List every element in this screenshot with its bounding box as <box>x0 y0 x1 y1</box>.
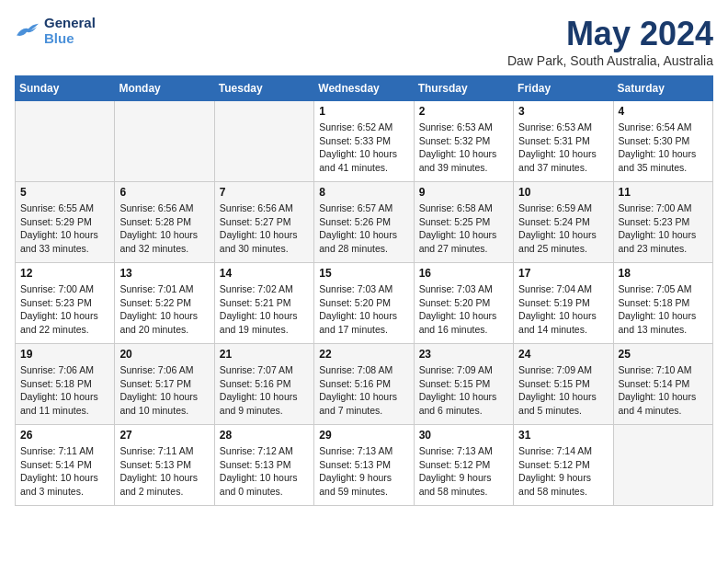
day-info: Sunrise: 7:06 AM Sunset: 5:17 PM Dayligh… <box>119 363 209 418</box>
day-info: Sunrise: 7:11 AM Sunset: 5:13 PM Dayligh… <box>119 444 209 499</box>
day-cell-11: 11Sunrise: 7:00 AM Sunset: 5:23 PM Dayli… <box>613 182 712 263</box>
day-cell-30: 30Sunrise: 7:13 AM Sunset: 5:12 PM Dayli… <box>414 425 513 506</box>
day-cell-21: 21Sunrise: 7:07 AM Sunset: 5:16 PM Dayli… <box>214 344 313 425</box>
page-header: General Blue May 2024 Daw Park, South Au… <box>15 15 713 68</box>
day-cell-8: 8Sunrise: 6:57 AM Sunset: 5:26 PM Daylig… <box>314 182 414 263</box>
day-info: Sunrise: 6:57 AM Sunset: 5:26 PM Dayligh… <box>319 201 408 256</box>
day-cell-10: 10Sunrise: 6:59 AM Sunset: 5:24 PM Dayli… <box>514 182 613 263</box>
day-cell-3: 3Sunrise: 6:53 AM Sunset: 5:31 PM Daylig… <box>514 101 613 182</box>
day-info: Sunrise: 6:55 AM Sunset: 5:29 PM Dayligh… <box>20 201 109 256</box>
week-row-1: 1Sunrise: 6:52 AM Sunset: 5:33 PM Daylig… <box>16 101 713 182</box>
day-info: Sunrise: 7:09 AM Sunset: 5:15 PM Dayligh… <box>518 363 608 418</box>
day-info: Sunrise: 7:03 AM Sunset: 5:20 PM Dayligh… <box>419 282 508 337</box>
day-info: Sunrise: 7:00 AM Sunset: 5:23 PM Dayligh… <box>20 282 109 337</box>
weekday-header-row: SundayMondayTuesdayWednesdayThursdayFrid… <box>16 76 713 101</box>
day-cell-14: 14Sunrise: 7:02 AM Sunset: 5:21 PM Dayli… <box>214 263 313 344</box>
day-info: Sunrise: 7:08 AM Sunset: 5:16 PM Dayligh… <box>319 363 408 418</box>
weekday-header-monday: Monday <box>115 76 214 101</box>
day-number: 3 <box>518 105 608 118</box>
day-number: 15 <box>319 267 408 280</box>
day-cell-15: 15Sunrise: 7:03 AM Sunset: 5:20 PM Dayli… <box>314 263 414 344</box>
day-cell-31: 31Sunrise: 7:14 AM Sunset: 5:12 PM Dayli… <box>514 425 613 506</box>
day-info: Sunrise: 7:02 AM Sunset: 5:21 PM Dayligh… <box>220 282 309 337</box>
day-number: 1 <box>319 105 408 118</box>
day-cell-25: 25Sunrise: 7:10 AM Sunset: 5:14 PM Dayli… <box>613 344 712 425</box>
day-info: Sunrise: 7:13 AM Sunset: 5:12 PM Dayligh… <box>419 444 508 499</box>
day-cell-23: 23Sunrise: 7:09 AM Sunset: 5:15 PM Dayli… <box>414 344 513 425</box>
day-number: 11 <box>619 186 708 199</box>
day-info: Sunrise: 7:01 AM Sunset: 5:22 PM Dayligh… <box>119 282 209 337</box>
day-cell-12: 12Sunrise: 7:00 AM Sunset: 5:23 PM Dayli… <box>16 263 115 344</box>
day-cell-5: 5Sunrise: 6:55 AM Sunset: 5:29 PM Daylig… <box>16 182 115 263</box>
day-number: 20 <box>119 348 209 361</box>
day-cell-19: 19Sunrise: 7:06 AM Sunset: 5:18 PM Dayli… <box>16 344 115 425</box>
day-info: Sunrise: 6:58 AM Sunset: 5:25 PM Dayligh… <box>419 201 508 256</box>
day-info: Sunrise: 7:03 AM Sunset: 5:20 PM Dayligh… <box>319 282 408 337</box>
day-number: 28 <box>220 429 309 442</box>
day-info: Sunrise: 7:11 AM Sunset: 5:14 PM Dayligh… <box>20 444 109 499</box>
day-info: Sunrise: 7:13 AM Sunset: 5:13 PM Dayligh… <box>319 444 408 499</box>
day-number: 22 <box>319 348 408 361</box>
day-info: Sunrise: 7:04 AM Sunset: 5:19 PM Dayligh… <box>518 282 608 337</box>
weekday-header-thursday: Thursday <box>414 76 513 101</box>
week-row-2: 5Sunrise: 6:55 AM Sunset: 5:29 PM Daylig… <box>16 182 713 263</box>
day-info: Sunrise: 7:09 AM Sunset: 5:15 PM Dayligh… <box>419 363 508 418</box>
empty-cell <box>214 101 313 182</box>
empty-cell <box>115 101 214 182</box>
week-row-5: 26Sunrise: 7:11 AM Sunset: 5:14 PM Dayli… <box>16 425 713 506</box>
day-number: 25 <box>619 348 708 361</box>
day-info: Sunrise: 6:56 AM Sunset: 5:28 PM Dayligh… <box>119 201 209 256</box>
weekday-header-wednesday: Wednesday <box>314 76 414 101</box>
day-number: 17 <box>518 267 608 280</box>
logo-icon <box>15 20 40 40</box>
day-cell-17: 17Sunrise: 7:04 AM Sunset: 5:19 PM Dayli… <box>514 263 613 344</box>
day-info: Sunrise: 6:54 AM Sunset: 5:30 PM Dayligh… <box>619 121 708 175</box>
day-number: 29 <box>319 429 408 442</box>
empty-cell <box>613 425 712 506</box>
day-number: 12 <box>20 267 109 280</box>
day-cell-24: 24Sunrise: 7:09 AM Sunset: 5:15 PM Dayli… <box>514 344 613 425</box>
day-info: Sunrise: 6:59 AM Sunset: 5:24 PM Dayligh… <box>518 201 608 256</box>
day-number: 13 <box>119 267 209 280</box>
day-number: 24 <box>518 348 608 361</box>
day-info: Sunrise: 7:07 AM Sunset: 5:16 PM Dayligh… <box>220 363 309 418</box>
day-info: Sunrise: 6:52 AM Sunset: 5:33 PM Dayligh… <box>319 121 408 175</box>
weekday-header-friday: Friday <box>514 76 613 101</box>
day-info: Sunrise: 7:06 AM Sunset: 5:18 PM Dayligh… <box>20 363 109 418</box>
day-info: Sunrise: 7:00 AM Sunset: 5:23 PM Dayligh… <box>619 201 708 256</box>
day-number: 21 <box>220 348 309 361</box>
title-area: May 2024 Daw Park, South Australia, Aust… <box>507 15 713 68</box>
calendar-table: SundayMondayTuesdayWednesdayThursdayFrid… <box>15 75 713 506</box>
day-cell-16: 16Sunrise: 7:03 AM Sunset: 5:20 PM Dayli… <box>414 263 513 344</box>
weekday-header-sunday: Sunday <box>16 76 115 101</box>
week-row-3: 12Sunrise: 7:00 AM Sunset: 5:23 PM Dayli… <box>16 263 713 344</box>
month-title: May 2024 <box>507 15 713 53</box>
day-number: 19 <box>20 348 109 361</box>
day-cell-28: 28Sunrise: 7:12 AM Sunset: 5:13 PM Dayli… <box>214 425 313 506</box>
day-cell-4: 4Sunrise: 6:54 AM Sunset: 5:30 PM Daylig… <box>613 101 712 182</box>
day-number: 27 <box>119 429 209 442</box>
day-number: 10 <box>518 186 608 199</box>
day-number: 18 <box>619 267 708 280</box>
day-info: Sunrise: 7:12 AM Sunset: 5:13 PM Dayligh… <box>220 444 309 499</box>
day-cell-1: 1Sunrise: 6:52 AM Sunset: 5:33 PM Daylig… <box>314 101 414 182</box>
day-cell-7: 7Sunrise: 6:56 AM Sunset: 5:27 PM Daylig… <box>214 182 313 263</box>
day-number: 23 <box>419 348 508 361</box>
empty-cell <box>16 101 115 182</box>
day-cell-13: 13Sunrise: 7:01 AM Sunset: 5:22 PM Dayli… <box>115 263 214 344</box>
weekday-header-tuesday: Tuesday <box>214 76 313 101</box>
day-number: 30 <box>419 429 508 442</box>
day-info: Sunrise: 7:10 AM Sunset: 5:14 PM Dayligh… <box>619 363 708 418</box>
day-info: Sunrise: 7:05 AM Sunset: 5:18 PM Dayligh… <box>619 282 708 337</box>
day-number: 2 <box>419 105 508 118</box>
day-cell-6: 6Sunrise: 6:56 AM Sunset: 5:28 PM Daylig… <box>115 182 214 263</box>
day-number: 7 <box>220 186 309 199</box>
logo: General Blue <box>15 15 96 46</box>
day-number: 31 <box>518 429 608 442</box>
day-cell-9: 9Sunrise: 6:58 AM Sunset: 5:25 PM Daylig… <box>414 182 513 263</box>
week-row-4: 19Sunrise: 7:06 AM Sunset: 5:18 PM Dayli… <box>16 344 713 425</box>
weekday-header-saturday: Saturday <box>613 76 712 101</box>
day-info: Sunrise: 6:53 AM Sunset: 5:31 PM Dayligh… <box>518 121 608 175</box>
day-number: 9 <box>419 186 508 199</box>
day-cell-26: 26Sunrise: 7:11 AM Sunset: 5:14 PM Dayli… <box>16 425 115 506</box>
